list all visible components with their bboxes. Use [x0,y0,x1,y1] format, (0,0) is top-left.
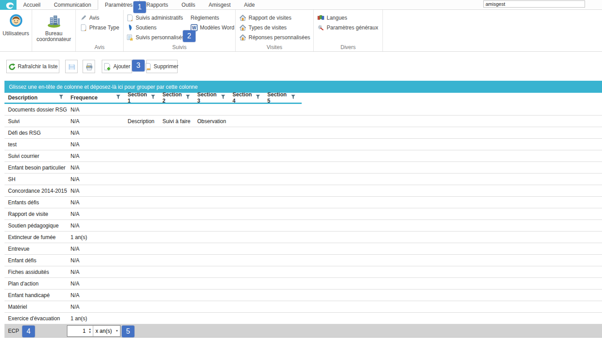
column-label: Section 5 [267,91,291,104]
bureau-coordonnateur-button[interactable]: Bureau coordonnateur [32,10,75,51]
modeles-word-button[interactable]: W Modèles Word [191,23,234,33]
reponses-personnalisees-button[interactable]: Réponses personnalisées [239,33,310,42]
column-header-section4[interactable]: Section 4 [229,93,264,103]
tab-communication[interactable]: Communication [47,0,98,9]
table-row[interactable]: SH N/A [4,174,602,185]
table-row[interactable]: Matériel N/A [4,301,602,313]
table-row[interactable]: Suivi courrier N/A [4,150,602,162]
group-by-hint: Glissez une en-tête de colonne et dépose… [9,84,198,90]
avis-button[interactable]: Avis [80,13,119,23]
frequency-unit-dropdown[interactable]: x an(s) [93,326,114,336]
table-row[interactable]: Entrevue N/A [4,243,602,255]
table-row[interactable]: Enfant handicapé N/A [4,290,602,301]
table-row[interactable]: Rapport de visite N/A [4,208,602,220]
filter-icon[interactable] [116,95,120,101]
app-logo[interactable] [0,0,17,10]
cell-frequence: N/A [67,281,124,287]
ribbon-group-suivis: Suivis administratifs Soutiens Suivis pe… [124,10,236,51]
search-input[interactable] [483,0,585,8]
refresh-list-button[interactable]: Rafraîchir la liste [6,60,59,73]
annotation-badge-4: 4 [22,326,35,337]
table-row[interactable]: Enfant défis N/A [4,255,602,266]
table-row[interactable]: Enfants défis N/A [4,197,602,208]
dropdown-arrow-icon[interactable]: ▼ [114,326,120,336]
table-row[interactable]: test N/A [4,139,602,150]
building-icon [46,14,62,29]
table-row[interactable]: Extincteur de fumée 1 an(s) [4,232,602,243]
table-row[interactable]: Soutien pédagogique N/A [4,220,602,232]
types-de-visites-label: Types de visites [249,25,286,31]
cell-description: SH [4,176,67,182]
parametres-generaux-button[interactable]: Paramètres généraux [317,23,378,33]
tab-amisgest[interactable]: Amisgest [202,0,237,9]
table-row[interactable]: Fiches assiduités N/A [4,266,602,278]
group-by-bar[interactable]: Glissez une en-tête de colonne et dépose… [4,81,602,93]
cell-description: Matériel [4,304,67,310]
soutiens-button[interactable]: Soutiens [126,23,184,33]
save-button[interactable] [65,60,78,73]
cell-frequence: N/A [67,292,124,298]
cell-frequence: N/A [67,153,124,159]
filter-icon[interactable] [186,95,190,101]
table-row[interactable]: Concordance 2014-2015 N/A [4,185,602,197]
cell-frequence: N/A [67,188,124,194]
cell-frequence: N/A [67,269,124,275]
column-header-section5[interactable]: Section 5 [264,93,299,103]
table-row[interactable]: Plan d'action N/A [4,278,602,290]
cell-section3: Observation [194,118,229,124]
frequency-value-input[interactable]: 1 [67,326,87,336]
phrase-type-button[interactable]: Phrase Type [80,23,119,33]
group-label-suivis: Suivis [124,44,235,50]
filter-icon[interactable] [291,95,295,101]
table-row[interactable]: Défi des RSG N/A [4,127,602,139]
tab-accueil[interactable]: Accueil [17,0,47,9]
column-header-description[interactable]: Description [4,93,67,103]
cell-description: Soutien pédagogique [4,223,67,229]
utilisateurs-button[interactable]: Utilisateurs [0,10,32,51]
filter-icon[interactable] [256,95,260,101]
tab-label: Accueil [23,2,41,8]
suivis-personnalises-label: Suivis personnalisés [136,34,184,41]
tab-outils[interactable]: Outils [175,0,202,9]
delete-page-icon [145,63,151,70]
column-header-section1[interactable]: Section 1 [124,93,159,103]
tab-label: Outils [182,2,195,8]
suivis-table: Description Frequence Section 1 Section … [4,93,602,338]
tab-aide[interactable]: Aide [237,0,262,9]
add-button[interactable]: Ajouter [102,60,132,73]
table-row[interactable]: Enfant besoin particulier N/A [4,162,602,174]
column-header-frequence[interactable]: Frequence [67,93,124,103]
print-button[interactable] [83,60,95,73]
table-row[interactable]: Suivi N/A Description Suivi à faire Obse… [4,116,602,127]
filter-icon[interactable] [151,95,155,101]
ribbon-group-avis: Avis Phrase Type Avis [76,10,124,51]
cell-frequence: N/A [67,257,124,264]
filter-icon[interactable] [59,95,63,101]
reglements-button[interactable]: Règlements [191,13,234,23]
spinner-down-icon[interactable]: ▼ [88,331,91,334]
annotation-badge-3: 3 [132,60,145,71]
table-row-selected[interactable]: ECP 1 ▲ ▼ x an(s) ▼ [4,324,602,338]
types-de-visites-button[interactable]: Types de visites [239,23,310,33]
filter-icon[interactable] [221,95,225,101]
column-label: Section 3 [197,91,221,104]
page-icon [126,14,133,21]
rapport-de-visites-button[interactable]: Rapport de visites [239,13,310,23]
column-header-section2[interactable]: Section 2 [159,93,194,103]
column-header-section3[interactable]: Section 3 [194,93,229,103]
langues-button[interactable]: Langues [317,13,378,23]
delete-button[interactable]: Supprimer [146,60,178,73]
add-button-label: Ajouter [113,63,130,70]
table-row[interactable]: Exercice d'évacuation 1 an(s) [4,313,602,324]
user-icon [9,14,23,29]
cell-description: Documents dossier RSG [4,107,67,113]
suivis-personnalises-button[interactable]: Suivis personnalisés [126,33,184,42]
cell-description: Entrevue [4,246,67,252]
frequency-editor[interactable]: 1 ▲ ▼ x an(s) ▼ [67,325,120,337]
table-row[interactable]: Documents dossier RSG N/A [4,104,602,116]
wand-icon [317,24,324,31]
cell-description: ECP [4,328,67,334]
suivis-administratifs-button[interactable]: Suivis administratifs [126,13,184,23]
phrase-type-label: Phrase Type [89,25,119,31]
frequency-spinner[interactable]: ▲ ▼ [87,326,93,336]
